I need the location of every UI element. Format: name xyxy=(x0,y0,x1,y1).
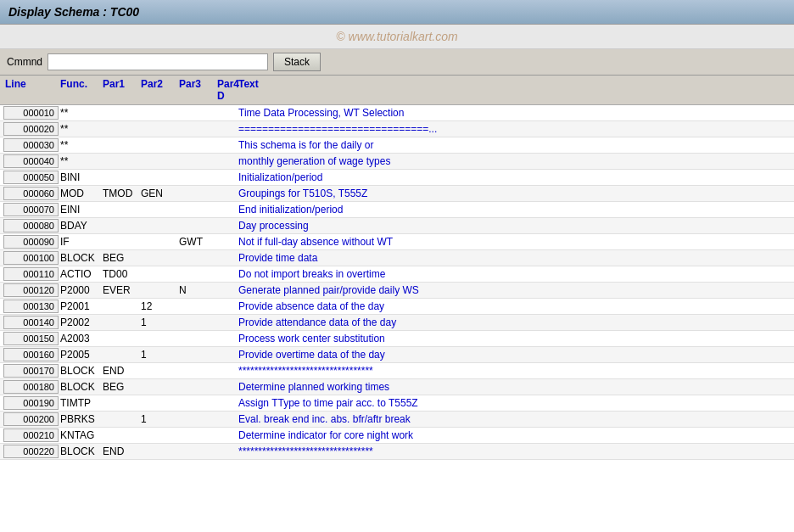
cell-par1 xyxy=(101,428,139,442)
cell-line: 000010 xyxy=(3,106,59,120)
cell-par2 xyxy=(139,219,177,232)
cell-par1 xyxy=(101,219,139,232)
table-row[interactable]: 000040**monthly generation of wage types xyxy=(0,154,794,170)
cell-text: Do not import breaks in overtime xyxy=(237,267,791,281)
table-row[interactable]: 000070EINIEnd initialization/period xyxy=(0,202,794,218)
cell-par2: 1 xyxy=(139,316,177,329)
command-input[interactable] xyxy=(48,53,268,70)
cell-par4 xyxy=(215,106,237,120)
table-row[interactable]: 000140P20021Provide attendance data of t… xyxy=(0,315,794,331)
cell-text: Provide overtime data of the day xyxy=(237,348,791,361)
cell-par1 xyxy=(101,235,139,249)
cell-line: 000030 xyxy=(3,138,59,152)
cell-line: 000130 xyxy=(3,300,59,313)
cell-par2 xyxy=(139,396,177,410)
cell-par2 xyxy=(139,203,177,216)
table-row[interactable]: 000150A2003Process work center substitut… xyxy=(0,331,794,347)
cell-par2 xyxy=(139,445,177,458)
cell-line: 000140 xyxy=(3,316,59,329)
cell-par1 xyxy=(101,122,139,136)
cell-par3 xyxy=(177,122,215,136)
cell-par1: TMOD xyxy=(101,187,139,200)
watermark-text: © www.tutorialkart.com xyxy=(336,30,457,43)
table-row[interactable]: 000090IFGWTNot if full-day absence witho… xyxy=(0,234,794,250)
cell-func: P2001 xyxy=(59,300,101,313)
table-row[interactable]: 000170BLOCKEND**************************… xyxy=(0,363,794,379)
cell-par4 xyxy=(215,219,237,232)
cell-par4 xyxy=(215,187,237,200)
cell-func: BINI xyxy=(59,171,101,184)
cell-func: KNTAG xyxy=(59,428,101,442)
cell-par1 xyxy=(101,300,139,313)
cell-par2 xyxy=(139,106,177,120)
cell-par1 xyxy=(101,106,139,120)
col-par2: Par2 xyxy=(139,77,177,103)
cell-par3 xyxy=(177,428,215,442)
table-row[interactable]: 000180BLOCKBEGDetermine planned working … xyxy=(0,379,794,395)
cell-par3 xyxy=(177,364,215,378)
cell-line: 000210 xyxy=(3,428,59,442)
cell-text: ********************************** xyxy=(237,364,791,378)
cell-text: Initialization/period xyxy=(237,171,791,184)
cell-par3 xyxy=(177,267,215,281)
col-text: Text xyxy=(237,77,791,103)
cell-func: ** xyxy=(59,154,101,168)
cell-func: MOD xyxy=(59,187,101,200)
cell-par4 xyxy=(215,300,237,313)
cell-par4 xyxy=(215,412,237,426)
cell-par4 xyxy=(215,396,237,410)
cell-text: monthly generation of wage types xyxy=(237,154,791,168)
cell-text: Process work center substitution xyxy=(237,332,791,345)
cell-par3 xyxy=(177,171,215,184)
cell-func: PBRKS xyxy=(59,412,101,426)
col-func: Func. xyxy=(59,77,101,103)
cell-text: Not if full-day absence without WT xyxy=(237,235,791,249)
cell-par3 xyxy=(177,154,215,168)
cell-line: 000220 xyxy=(3,445,59,458)
cell-par3 xyxy=(177,300,215,313)
cell-text: This schema is for the daily or xyxy=(237,138,791,152)
cell-par3 xyxy=(177,251,215,265)
watermark-bar: © www.tutorialkart.com xyxy=(0,25,794,49)
table-row[interactable]: 000050BINIInitialization/period xyxy=(0,170,794,186)
cell-par2 xyxy=(139,428,177,442)
cell-line: 000040 xyxy=(3,154,59,168)
cell-line: 000160 xyxy=(3,348,59,361)
cell-par1: END xyxy=(101,445,139,458)
table-row[interactable]: 000160P20051Provide overtime data of the… xyxy=(0,347,794,363)
cell-par2 xyxy=(139,171,177,184)
title-text: Display Schema : TC00 xyxy=(8,5,139,19)
table-row[interactable]: 000130P200112Provide absence data of the… xyxy=(0,299,794,315)
table-row[interactable]: 000100BLOCKBEGProvide time data xyxy=(0,250,794,266)
table-row[interactable]: 000120P2000EVERNGenerate planned pair/pr… xyxy=(0,283,794,299)
table-row[interactable]: 000210KNTAGDetermine indicator for core … xyxy=(0,428,794,444)
table-row[interactable]: 000080BDAYDay processing xyxy=(0,218,794,234)
cell-text: Generate planned pair/provide daily WS xyxy=(237,283,791,297)
table-row[interactable]: 000060MODTMODGENGroupings for T510S, T55… xyxy=(0,186,794,202)
cell-par3 xyxy=(177,219,215,232)
cell-line: 000150 xyxy=(3,332,59,345)
cell-par2 xyxy=(139,138,177,152)
cell-par4 xyxy=(215,445,237,458)
cell-text: Provide time data xyxy=(237,251,791,265)
col-line: Line xyxy=(3,77,59,103)
cell-text: End initialization/period xyxy=(237,203,791,216)
col-par1: Par1 xyxy=(101,77,139,103)
cell-par1: BEG xyxy=(101,380,139,394)
table-row[interactable]: 000110ACTIOTD00Do not import breaks in o… xyxy=(0,266,794,283)
table-row[interactable]: 000030**This schema is for the daily or xyxy=(0,137,794,154)
table-row[interactable]: 000190TIMTPAssign TType to time pair acc… xyxy=(0,395,794,412)
stack-button[interactable]: Stack xyxy=(273,53,321,71)
cell-line: 000170 xyxy=(3,364,59,378)
table-row[interactable]: 000220BLOCKEND**************************… xyxy=(0,444,794,460)
cell-par1: EVER xyxy=(101,283,139,297)
cell-par2 xyxy=(139,154,177,168)
cell-par1 xyxy=(101,412,139,426)
table-row[interactable]: 000200PBRKS1Eval. break end inc. abs. bf… xyxy=(0,412,794,428)
table-row[interactable]: 000020**================================… xyxy=(0,121,794,137)
cell-text: ********************************** xyxy=(237,445,791,458)
cell-par3: N xyxy=(177,283,215,297)
cell-par3 xyxy=(177,316,215,329)
table-row[interactable]: 000010**Time Data Processing, WT Selecti… xyxy=(0,105,794,121)
cell-text: Provide attendance data of the day xyxy=(237,316,791,329)
